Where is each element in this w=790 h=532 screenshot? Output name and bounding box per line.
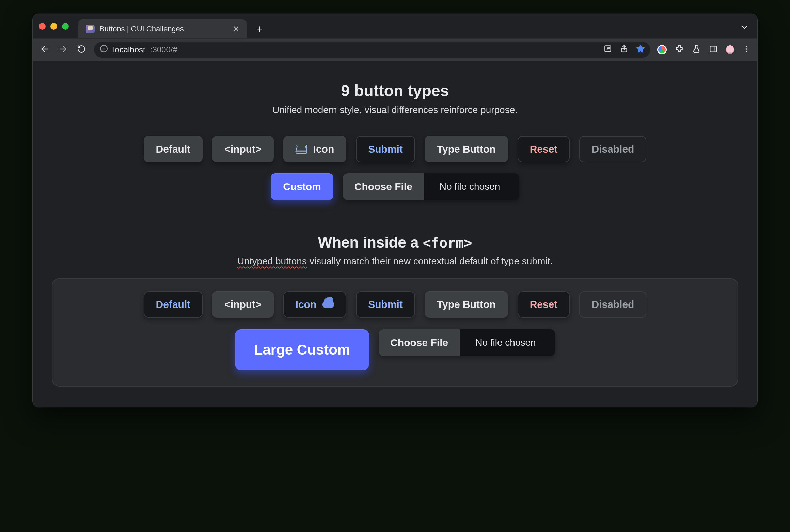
url-path: :3000/# <box>150 45 177 54</box>
bookmark-star-icon[interactable] <box>636 44 645 55</box>
form-submit-button[interactable]: Submit <box>356 291 415 318</box>
open-external-icon[interactable] <box>603 44 612 55</box>
mail-icon <box>296 145 307 154</box>
sidepanel-icon[interactable] <box>709 45 718 55</box>
browser-toolbar: localhost:3000/# <box>33 38 757 61</box>
file-status-label: No file chosen <box>424 173 519 200</box>
form-disabled-button: Disabled <box>579 291 646 318</box>
labs-icon[interactable] <box>692 45 701 55</box>
disabled-button: Disabled <box>579 136 646 162</box>
close-window-button[interactable] <box>39 23 46 30</box>
page-content: 9 button types Unified modern style, vis… <box>33 61 757 407</box>
icon-button-label: Icon <box>313 143 334 155</box>
file-input[interactable]: Choose File No file chosen <box>343 173 519 200</box>
kebab-menu-icon[interactable] <box>742 45 751 55</box>
svg-rect-9 <box>710 46 717 52</box>
form-title-prefix: When inside a <box>318 234 423 251</box>
new-tab-button[interactable]: ＋ <box>253 22 266 35</box>
back-button[interactable] <box>39 45 50 55</box>
minimize-window-button[interactable] <box>50 23 57 30</box>
form-section-title: When inside a <form> <box>43 234 747 251</box>
url-host: localhost <box>113 45 145 54</box>
address-bar[interactable]: localhost:3000/# <box>94 42 650 58</box>
icon-button[interactable]: Icon <box>283 136 347 162</box>
profile-avatar-icon[interactable] <box>726 45 734 54</box>
custom-button[interactable]: Custom <box>271 173 333 200</box>
form-default-button[interactable]: Default <box>144 291 203 318</box>
form-section-subtitle: Untyped buttons visually match their new… <box>43 256 747 267</box>
page-title: 9 button types <box>43 81 747 100</box>
svg-point-12 <box>746 48 747 49</box>
browser-window: Buttons | GUI Challenges ✕ ＋ localhost:3… <box>32 14 758 407</box>
forward-button[interactable] <box>57 45 69 55</box>
type-button[interactable]: Type Button <box>425 136 508 162</box>
form-input-button[interactable]: <input> <box>212 291 273 318</box>
svg-point-11 <box>746 46 747 47</box>
svg-point-4 <box>104 47 104 47</box>
tab-title: Buttons | GUI Challenges <box>99 25 184 33</box>
form-reset-button[interactable]: Reset <box>518 291 570 318</box>
extension-icons <box>657 45 751 55</box>
section-heading: 9 button types <box>43 81 747 100</box>
button-row-2: Custom Choose File No file chosen <box>43 173 747 200</box>
adblocker-extension-icon[interactable] <box>657 45 667 54</box>
tab-overflow-button[interactable] <box>740 23 749 33</box>
form-panel: Default <input> Icon Submit Type Button … <box>52 278 738 387</box>
form-file-status-label: No file chosen <box>460 329 555 356</box>
button-row: Default <input> Icon Submit Type Button … <box>43 136 747 162</box>
form-button-row: Default <input> Icon Submit Type Button … <box>59 291 731 318</box>
svg-point-13 <box>746 51 747 52</box>
titlebar: Buttons | GUI Challenges ✕ ＋ <box>33 14 757 38</box>
extensions-icon[interactable] <box>675 45 684 55</box>
window-controls <box>39 23 69 30</box>
favicon-icon <box>86 25 95 33</box>
reset-button[interactable]: Reset <box>518 136 570 162</box>
address-bar-actions <box>603 44 645 55</box>
share-icon[interactable] <box>620 44 629 55</box>
cloud-icon <box>322 301 334 308</box>
form-button-row-2: Large Custom Choose File No file chosen <box>59 329 731 370</box>
form-title-code: <form> <box>423 235 472 251</box>
input-button[interactable]: <input> <box>212 136 273 162</box>
form-choose-file-button[interactable]: Choose File <box>379 329 460 356</box>
close-tab-button[interactable]: ✕ <box>233 25 239 33</box>
form-file-input[interactable]: Choose File No file chosen <box>379 329 555 356</box>
form-icon-button-label: Icon <box>296 299 317 310</box>
default-button[interactable]: Default <box>144 136 203 162</box>
subtitle-rest: visually match their new contextual defa… <box>307 256 553 266</box>
form-type-button[interactable]: Type Button <box>425 291 508 318</box>
large-custom-button[interactable]: Large Custom <box>235 329 369 370</box>
site-info-icon[interactable] <box>99 44 108 55</box>
choose-file-button[interactable]: Choose File <box>343 173 424 200</box>
submit-button[interactable]: Submit <box>356 136 415 162</box>
form-icon-button[interactable]: Icon <box>283 291 347 318</box>
reload-button[interactable] <box>76 45 87 55</box>
fullscreen-window-button[interactable] <box>62 23 69 30</box>
svg-marker-7 <box>637 45 644 52</box>
browser-tab[interactable]: Buttons | GUI Challenges ✕ <box>78 19 247 38</box>
page-subtitle: Unified modern style, visual differences… <box>43 105 747 115</box>
subtitle-emphasis: Untyped buttons <box>237 256 307 266</box>
form-section: When inside a <form> Untyped buttons vis… <box>43 234 747 387</box>
